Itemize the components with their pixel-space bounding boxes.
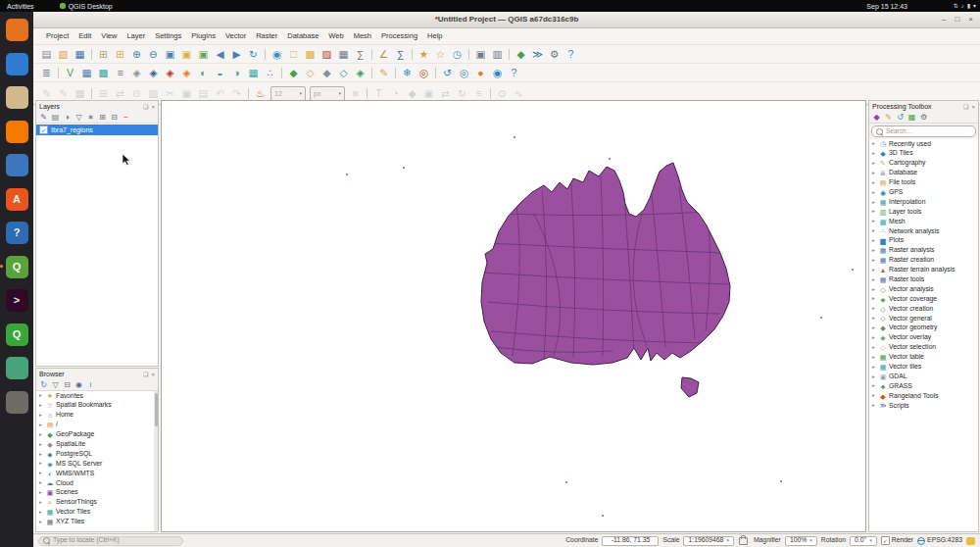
- expander-icon[interactable]: ▸: [39, 403, 44, 409]
- undock-panel-icon[interactable]: ❏: [143, 372, 148, 377]
- settings-icon[interactable]: [6, 391, 28, 414]
- expander-icon[interactable]: ▸: [872, 296, 877, 302]
- zoom-last-icon[interactable]: ◀: [212, 47, 228, 62]
- menu-settings[interactable]: Settings: [150, 30, 186, 42]
- add-wfs-layer-icon[interactable]: ◒: [212, 66, 228, 80]
- qgis-dock-icon[interactable]: Q: [6, 256, 28, 278]
- close-button[interactable]: ×: [968, 16, 973, 24]
- toolbox-search-input[interactable]: Search…: [871, 125, 976, 137]
- add-group-icon[interactable]: ▤: [50, 113, 61, 123]
- font-unit-combo[interactable]: px▾: [310, 86, 345, 101]
- toggle-editing-icon[interactable]: ✎: [55, 86, 72, 101]
- collapse-all-icon[interactable]: ⊟: [109, 113, 120, 123]
- copy-features-icon[interactable]: ▣: [178, 86, 195, 101]
- statistical-summary-icon[interactable]: ∑: [392, 47, 409, 62]
- close-panel-icon[interactable]: ×: [151, 372, 155, 377]
- browser-item-scenes[interactable]: ▸▣Scenes: [36, 488, 158, 498]
- new-bookmark-icon[interactable]: ★: [416, 47, 432, 62]
- rotate-label-icon[interactable]: ↻: [454, 86, 470, 101]
- add-mssql-layer-icon[interactable]: ◈: [162, 66, 178, 80]
- expander-icon[interactable]: ▸: [39, 432, 44, 438]
- undo-icon[interactable]: ↶: [212, 86, 228, 101]
- add-xyz-layer-icon[interactable]: ▦: [245, 66, 262, 80]
- toolbox-group-raster-terrain-analysis[interactable]: ▸▲Raster terrain analysis: [869, 266, 978, 275]
- terminal-icon[interactable]: >: [6, 289, 28, 312]
- expander-icon[interactable]: ▸: [872, 403, 877, 409]
- undock-panel-icon[interactable]: ❏: [963, 104, 968, 110]
- change-label-icon[interactable]: ≡: [470, 86, 487, 101]
- expander-icon[interactable]: ▸: [872, 287, 877, 293]
- layout-manager-icon[interactable]: ▥: [489, 47, 506, 62]
- toolbox-group-cartography[interactable]: ▸✎Cartography: [869, 159, 978, 169]
- menu-web[interactable]: Web: [323, 30, 348, 42]
- new-map-view-icon[interactable]: ▣: [472, 47, 489, 62]
- text-color-swatch[interactable]: ■: [347, 86, 364, 101]
- refresh-map-icon[interactable]: ↻: [245, 47, 262, 62]
- expand-all-icon[interactable]: ⊞: [97, 113, 108, 123]
- new-geopackage-layer-icon[interactable]: ◆: [285, 66, 302, 80]
- pan-to-selection-icon[interactable]: ⊞: [112, 47, 128, 62]
- new-temporary-scratch-layer-icon[interactable]: ◇: [335, 66, 352, 80]
- add-feature-icon[interactable]: ⊞: [95, 86, 112, 101]
- zoom-to-selection-icon[interactable]: ▣: [178, 47, 195, 62]
- minimize-button[interactable]: –: [942, 16, 946, 24]
- pin-labels-icon[interactable]: ◆: [404, 86, 420, 101]
- expander-icon[interactable]: ▸: [39, 480, 44, 486]
- window-title-bar[interactable]: *Untitled Project — QGIS a67dc316c9b –□×: [33, 12, 980, 28]
- current-edits-icon[interactable]: ✎: [38, 86, 55, 101]
- georeferencer-icon[interactable]: ◎: [416, 66, 432, 80]
- project-save-icon[interactable]: ▦: [72, 47, 88, 62]
- browser-item-item[interactable]: ▸▤/: [36, 421, 158, 430]
- browser-item-xyz-tiles[interactable]: ▸▦XYZ Tiles: [36, 518, 158, 527]
- ubuntu-software-icon[interactable]: A: [6, 188, 28, 211]
- scale-combo[interactable]: 1:19609468 ▾: [683, 536, 733, 546]
- toolbox-group-vector-coverage[interactable]: ▸◈Vector coverage: [869, 294, 978, 304]
- field-calculator-icon[interactable]: ∑: [352, 47, 368, 62]
- menu-processing[interactable]: Processing: [376, 30, 422, 42]
- browser-item-spatial-bookmarks[interactable]: ▸☆Spatial Bookmarks: [36, 401, 158, 411]
- browser-item-ms-sql-server[interactable]: ▸◈MS SQL Server: [36, 459, 158, 469]
- tracing-toggle-icon[interactable]: ∿: [511, 86, 527, 101]
- menu-database[interactable]: Database: [282, 30, 323, 42]
- attribute-table-icon[interactable]: ▦: [335, 47, 352, 62]
- browser-info-icon[interactable]: i: [85, 380, 96, 390]
- browser-item-geopackage[interactable]: ▸◆GeoPackage: [36, 430, 158, 440]
- expander-icon[interactable]: ▸: [872, 393, 877, 399]
- manage-map-themes-icon[interactable]: ◑: [62, 113, 73, 123]
- browser-item-cloud[interactable]: ▸☁Cloud: [36, 478, 158, 488]
- rhythmbox-icon[interactable]: [6, 121, 28, 143]
- expander-icon[interactable]: ▸: [39, 510, 44, 516]
- expander-icon[interactable]: ▸: [872, 228, 877, 234]
- expander-icon[interactable]: ▸: [872, 248, 877, 254]
- toolbox-group-vector-creation[interactable]: ▸◇Vector creation: [869, 304, 978, 314]
- layer-diagram-icon[interactable]: ◔: [387, 86, 404, 101]
- plugin-python-icon[interactable]: ◉: [489, 66, 506, 80]
- expander-icon[interactable]: ▸: [39, 500, 44, 506]
- add-delimited-text-icon[interactable]: ≡: [112, 66, 128, 80]
- expander-icon[interactable]: ▸: [872, 209, 877, 215]
- browser-refresh-icon[interactable]: ↻: [38, 380, 49, 390]
- map-canvas[interactable]: [161, 100, 866, 532]
- toolbox-group-interpolation[interactable]: ▸▦Interpolation: [869, 197, 978, 207]
- new-shapefile-layer-icon[interactable]: ◇: [302, 66, 318, 80]
- toolbox-group-network-analysis[interactable]: ▸∴Network analysis: [869, 226, 978, 236]
- toolbox-group-layer-tools[interactable]: ▸▥Layer tools: [869, 207, 978, 217]
- expander-icon[interactable]: ▸: [39, 423, 44, 428]
- undock-panel-icon[interactable]: ❏: [143, 104, 148, 110]
- paste-features-icon[interactable]: ▤: [195, 86, 212, 101]
- coordinate-field[interactable]: -11.86, 71.35: [602, 536, 659, 546]
- close-panel-icon[interactable]: ×: [971, 104, 975, 110]
- toolbox-group-vector-geometry[interactable]: ▸◆Vector geometry: [869, 323, 978, 333]
- pan-map-icon[interactable]: ⊞: [95, 47, 112, 62]
- network-icon[interactable]: ⇅: [954, 3, 958, 9]
- rotation-spinbox[interactable]: 0.0° ▾: [850, 536, 877, 546]
- browser-filter-icon[interactable]: ▽: [50, 380, 61, 390]
- data-source-manager-icon[interactable]: ≣: [38, 66, 55, 80]
- expander-icon[interactable]: ▸: [872, 355, 877, 361]
- toolbox-group-vector-overlay[interactable]: ▸◈Vector overlay: [869, 333, 978, 343]
- new-spatialite-layer-icon[interactable]: ◆: [318, 66, 335, 80]
- layer-visibility-checkbox[interactable]: ✓: [39, 125, 48, 134]
- toolbox-options-icon[interactable]: ⚙: [918, 113, 929, 123]
- expander-icon[interactable]: ▸: [39, 461, 44, 467]
- browser-item-spatialite[interactable]: ▸◆SpatiaLite: [36, 439, 158, 449]
